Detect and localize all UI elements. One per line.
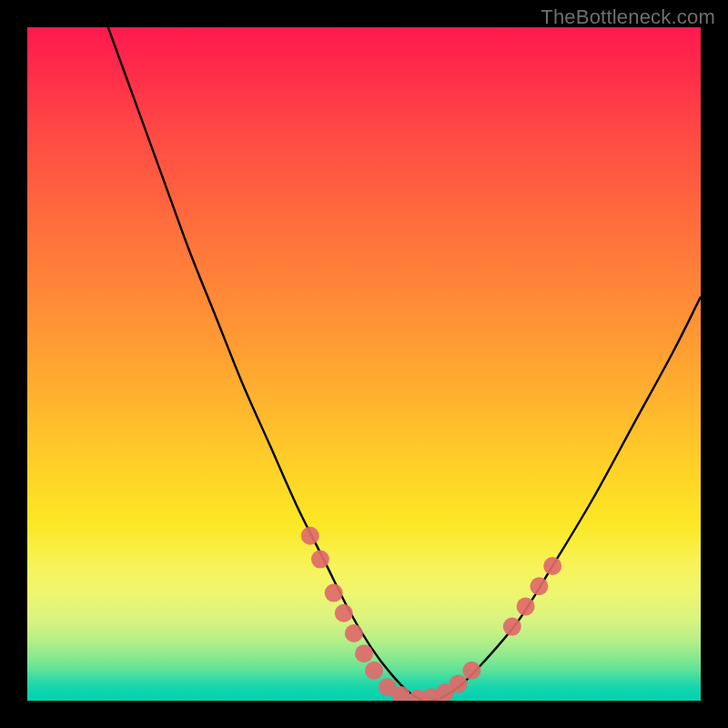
marker-dot (355, 644, 373, 662)
curve-layer (27, 27, 701, 701)
series-curve (108, 27, 701, 701)
marker-dot (325, 584, 343, 602)
marker-dot (365, 662, 383, 680)
watermark-label: TheBottleneck.com (541, 5, 715, 29)
plot-area (27, 27, 701, 701)
curve-path (108, 27, 701, 701)
marker-dot (301, 527, 319, 545)
chart-frame: TheBottleneck.com (0, 0, 728, 728)
series-markers (301, 527, 561, 701)
marker-dot (335, 604, 353, 622)
marker-dot (503, 618, 521, 636)
marker-dot (345, 624, 363, 642)
marker-dot (311, 551, 329, 569)
marker-dot (543, 557, 561, 575)
marker-dot (462, 662, 480, 680)
marker-dot (530, 577, 548, 595)
marker-dot (450, 675, 468, 693)
marker-dot (517, 597, 535, 615)
